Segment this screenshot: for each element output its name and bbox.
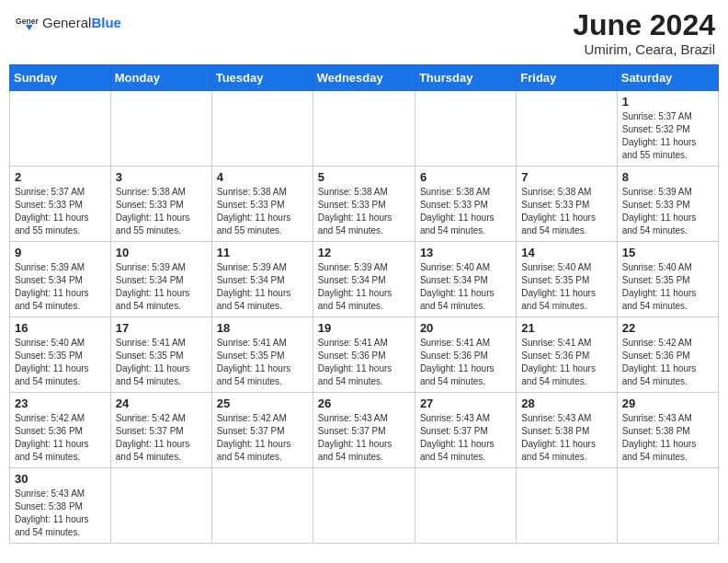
day-number: 6 xyxy=(420,170,511,184)
calendar-cell xyxy=(415,91,516,167)
day-header-sunday: Sunday xyxy=(10,65,111,91)
calendar-cell xyxy=(10,91,111,167)
calendar-cell: 28Sunrise: 5:43 AM Sunset: 5:38 PM Dayli… xyxy=(517,393,617,468)
calendar-cell xyxy=(313,91,415,167)
calendar-cell: 11Sunrise: 5:39 AM Sunset: 5:34 PM Dayli… xyxy=(211,242,313,317)
calendar-cell: 29Sunrise: 5:43 AM Sunset: 5:38 PM Dayli… xyxy=(617,393,718,468)
calendar-header-row: SundayMondayTuesdayWednesdayThursdayFrid… xyxy=(10,65,719,91)
day-info: Sunrise: 5:40 AM Sunset: 5:35 PM Dayligh… xyxy=(622,261,713,313)
day-info: Sunrise: 5:37 AM Sunset: 5:33 PM Dayligh… xyxy=(15,186,106,237)
calendar-cell: 27Sunrise: 5:43 AM Sunset: 5:37 PM Dayli… xyxy=(415,393,516,468)
day-header-wednesday: Wednesday xyxy=(313,65,415,91)
day-number: 4 xyxy=(217,170,308,184)
day-number: 12 xyxy=(318,246,410,259)
calendar-cell: 18Sunrise: 5:41 AM Sunset: 5:35 PM Dayli… xyxy=(211,317,313,393)
day-number: 11 xyxy=(217,246,308,259)
day-number: 25 xyxy=(217,396,308,410)
calendar-cell: 26Sunrise: 5:43 AM Sunset: 5:37 PM Dayli… xyxy=(313,393,415,468)
day-info: Sunrise: 5:42 AM Sunset: 5:36 PM Dayligh… xyxy=(622,337,713,388)
calendar-week-row: 16Sunrise: 5:40 AM Sunset: 5:35 PM Dayli… xyxy=(10,317,719,393)
logo-blue: Blue xyxy=(91,15,121,30)
day-number: 10 xyxy=(116,246,207,259)
day-number: 13 xyxy=(420,246,511,259)
calendar-cell: 8Sunrise: 5:39 AM Sunset: 5:33 PM Daylig… xyxy=(617,167,718,242)
day-number: 26 xyxy=(318,396,410,410)
calendar-cell xyxy=(211,91,313,167)
calendar-cell: 12Sunrise: 5:39 AM Sunset: 5:34 PM Dayli… xyxy=(313,242,415,317)
day-info: Sunrise: 5:39 AM Sunset: 5:34 PM Dayligh… xyxy=(217,261,308,313)
calendar-cell: 1Sunrise: 5:37 AM Sunset: 5:32 PM Daylig… xyxy=(617,91,718,167)
day-info: Sunrise: 5:43 AM Sunset: 5:38 PM Dayligh… xyxy=(622,412,713,464)
calendar-cell: 9Sunrise: 5:39 AM Sunset: 5:34 PM Daylig… xyxy=(10,242,111,317)
calendar-week-row: 2Sunrise: 5:37 AM Sunset: 5:33 PM Daylig… xyxy=(10,167,719,242)
day-info: Sunrise: 5:42 AM Sunset: 5:36 PM Dayligh… xyxy=(15,412,106,464)
calendar-table: SundayMondayTuesdayWednesdayThursdayFrid… xyxy=(9,64,719,544)
calendar-cell: 21Sunrise: 5:41 AM Sunset: 5:36 PM Dayli… xyxy=(517,317,617,393)
calendar-cell: 7Sunrise: 5:38 AM Sunset: 5:33 PM Daylig… xyxy=(517,167,617,242)
day-info: Sunrise: 5:40 AM Sunset: 5:35 PM Dayligh… xyxy=(15,337,106,388)
day-number: 29 xyxy=(622,396,713,410)
calendar-cell: 16Sunrise: 5:40 AM Sunset: 5:35 PM Dayli… xyxy=(10,317,111,393)
day-number: 30 xyxy=(15,472,106,486)
day-number: 5 xyxy=(318,170,410,184)
day-info: Sunrise: 5:41 AM Sunset: 5:35 PM Dayligh… xyxy=(116,337,207,388)
calendar-cell: 25Sunrise: 5:42 AM Sunset: 5:37 PM Dayli… xyxy=(211,393,313,468)
day-number: 15 xyxy=(622,246,713,259)
day-number: 9 xyxy=(15,246,106,259)
day-info: Sunrise: 5:39 AM Sunset: 5:33 PM Dayligh… xyxy=(622,186,713,237)
month-title: June 2024 xyxy=(573,9,715,41)
day-header-saturday: Saturday xyxy=(617,65,718,91)
day-number: 1 xyxy=(622,95,713,109)
day-number: 24 xyxy=(116,396,207,410)
day-number: 28 xyxy=(521,396,611,410)
day-number: 8 xyxy=(622,170,713,184)
day-header-tuesday: Tuesday xyxy=(211,65,313,91)
day-number: 18 xyxy=(217,321,308,335)
calendar-cell: 14Sunrise: 5:40 AM Sunset: 5:35 PM Dayli… xyxy=(517,242,617,317)
calendar-cell: 15Sunrise: 5:40 AM Sunset: 5:35 PM Dayli… xyxy=(617,242,718,317)
calendar-cell: 2Sunrise: 5:37 AM Sunset: 5:33 PM Daylig… xyxy=(10,167,111,242)
calendar-cell xyxy=(110,468,211,544)
day-header-thursday: Thursday xyxy=(415,65,516,91)
calendar-cell: 22Sunrise: 5:42 AM Sunset: 5:36 PM Dayli… xyxy=(617,317,718,393)
day-number: 20 xyxy=(420,321,511,335)
page-header: General GeneralBlue June 2024 Umirim, Ce… xyxy=(9,9,719,57)
calendar-cell: 17Sunrise: 5:41 AM Sunset: 5:35 PM Dayli… xyxy=(110,317,211,393)
day-number: 17 xyxy=(116,321,207,335)
location: Umirim, Ceara, Brazil xyxy=(573,41,715,57)
calendar-cell: 30Sunrise: 5:43 AM Sunset: 5:38 PM Dayli… xyxy=(10,468,111,544)
day-number: 2 xyxy=(15,170,106,184)
calendar-week-row: 1Sunrise: 5:37 AM Sunset: 5:32 PM Daylig… xyxy=(10,91,719,167)
calendar-cell xyxy=(313,468,415,544)
day-number: 3 xyxy=(116,170,207,184)
calendar-cell: 4Sunrise: 5:38 AM Sunset: 5:33 PM Daylig… xyxy=(211,167,313,242)
day-info: Sunrise: 5:37 AM Sunset: 5:32 PM Dayligh… xyxy=(622,110,713,162)
day-info: Sunrise: 5:38 AM Sunset: 5:33 PM Dayligh… xyxy=(318,186,410,237)
day-header-monday: Monday xyxy=(110,65,211,91)
calendar-cell xyxy=(517,468,617,544)
logo: General GeneralBlue xyxy=(13,9,121,35)
day-info: Sunrise: 5:43 AM Sunset: 5:37 PM Dayligh… xyxy=(318,412,410,464)
day-number: 23 xyxy=(15,396,106,410)
day-info: Sunrise: 5:41 AM Sunset: 5:35 PM Dayligh… xyxy=(217,337,308,388)
calendar-cell xyxy=(517,91,617,167)
calendar-cell: 13Sunrise: 5:40 AM Sunset: 5:34 PM Dayli… xyxy=(415,242,516,317)
day-info: Sunrise: 5:38 AM Sunset: 5:33 PM Dayligh… xyxy=(420,186,511,237)
calendar-week-row: 9Sunrise: 5:39 AM Sunset: 5:34 PM Daylig… xyxy=(10,242,719,317)
generalblue-logo-icon: General xyxy=(13,9,39,35)
svg-text:General: General xyxy=(16,17,39,26)
calendar-cell xyxy=(110,91,211,167)
calendar-cell: 23Sunrise: 5:42 AM Sunset: 5:36 PM Dayli… xyxy=(10,393,111,468)
calendar-cell: 20Sunrise: 5:41 AM Sunset: 5:36 PM Dayli… xyxy=(415,317,516,393)
day-info: Sunrise: 5:40 AM Sunset: 5:35 PM Dayligh… xyxy=(521,261,611,313)
title-block: June 2024 Umirim, Ceara, Brazil xyxy=(573,9,715,57)
day-info: Sunrise: 5:39 AM Sunset: 5:34 PM Dayligh… xyxy=(116,261,207,313)
calendar-cell: 19Sunrise: 5:41 AM Sunset: 5:36 PM Dayli… xyxy=(313,317,415,393)
day-info: Sunrise: 5:41 AM Sunset: 5:36 PM Dayligh… xyxy=(420,337,511,388)
day-info: Sunrise: 5:39 AM Sunset: 5:34 PM Dayligh… xyxy=(318,261,410,313)
day-info: Sunrise: 5:38 AM Sunset: 5:33 PM Dayligh… xyxy=(217,186,308,237)
day-number: 19 xyxy=(318,321,410,335)
day-info: Sunrise: 5:38 AM Sunset: 5:33 PM Dayligh… xyxy=(116,186,207,237)
calendar-cell xyxy=(211,468,313,544)
day-info: Sunrise: 5:41 AM Sunset: 5:36 PM Dayligh… xyxy=(318,337,410,388)
